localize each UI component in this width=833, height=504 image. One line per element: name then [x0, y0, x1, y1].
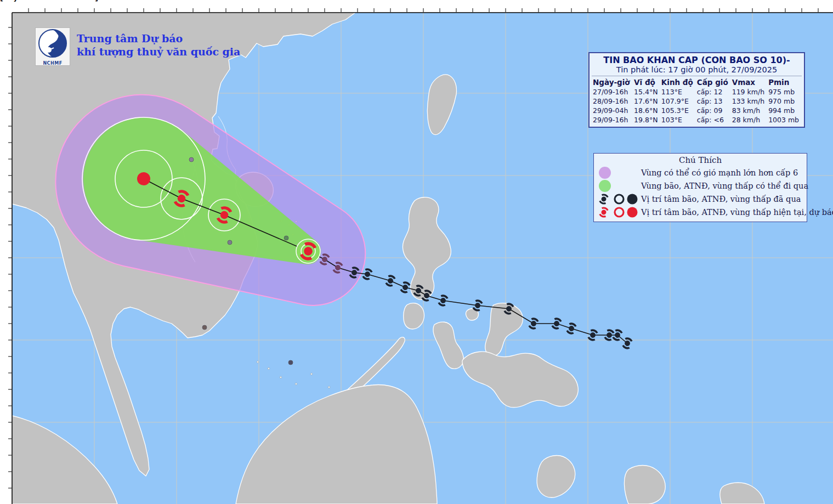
cell: 107.9°E — [660, 97, 696, 106]
legend-item-label: Vị trí tâm bão, ATNĐ, vùng thấp hiện tại… — [641, 208, 833, 217]
place-dot — [288, 360, 293, 365]
legend-panel: Chú Thích Vùng có thể có gió mạnh lớn hơ… — [593, 153, 807, 222]
col-wind-level: Cấp gió — [696, 77, 731, 87]
legend-item-label: Vị trí tâm bão, ATNĐ, vùng thấp đã qua — [641, 195, 801, 203]
cell: 17.6°N — [633, 97, 660, 106]
legend-item-wind-area: Vùng có thể có gió mạnh lớn hơn cấp 6 — [597, 166, 803, 179]
left-margin — [0, 0, 12, 504]
typhoon-icon — [598, 206, 609, 218]
nchmf-logo-label: NCHMF — [36, 61, 70, 66]
islet-dot — [280, 376, 282, 378]
cell: 105.3°E — [660, 106, 696, 115]
col-longitude: Kinh độ — [660, 77, 696, 87]
remnant-low-icon — [137, 172, 150, 185]
storm-bulletin-panel: TIN BAO KHAN CAP (CON BAO SO 10)- Tin ph… — [588, 52, 805, 128]
place-dot — [228, 240, 232, 245]
islet-dot — [328, 386, 330, 388]
cell: 19.8°N — [633, 115, 660, 124]
cell: 28 km/h — [731, 115, 767, 124]
legend-item-past-positions: Vị trí tâm bão, ATNĐ, vùng thấp đã qua — [597, 192, 803, 206]
cell: 83 km/h — [731, 106, 767, 115]
cell: 975 mb — [767, 87, 802, 97]
table-row: 29/09-04h18.6°N105.3°Ecấp: 0983 km/h994 … — [592, 106, 802, 115]
org-header: NCHMF Trung tâm Dự báo khí tượng thuỷ vă… — [35, 27, 240, 66]
cell: 119 km/h — [731, 87, 767, 97]
cell: 970 mb — [767, 97, 802, 106]
table-row: 29/09-16h19.8°N103°Ecấp: <628 km/h1003 m… — [592, 115, 802, 124]
table-row: 27/09-16h15.4°N113°Ecấp: 12119 km/h975 m… — [592, 87, 802, 97]
cell: 133 km/h — [731, 97, 767, 106]
cell: cấp: 13 — [696, 97, 731, 106]
islet-dot — [268, 367, 270, 370]
col-datetime: Ngày-giờ — [592, 77, 633, 87]
legend-item-label: Vùng bão, ATNĐ, vùng thấp có thể đi qua — [641, 182, 808, 190]
nchmf-logo-icon — [36, 28, 69, 59]
islet-dot — [257, 361, 259, 363]
cell: cấp: <6 — [696, 115, 731, 124]
svg-text:[object SVGGElement]: [object SVGGElement] — [0, 0, 98, 2]
wind-area-swatch-icon — [597, 166, 614, 179]
forecast-table: Ngày-giờ Vĩ độ Kinh độ Cấp gió Vmax Pmin… — [592, 77, 802, 124]
cell: 103°E — [660, 115, 696, 124]
storm-forecast-page: [object SVGGElement][object SVGGElement]… — [0, 0, 833, 504]
islet-dot — [295, 383, 297, 385]
place-dot — [202, 325, 207, 330]
place-dot — [284, 236, 288, 240]
legend-item-track-area: Vùng bão, ATNĐ, vùng thấp có thể đi qua — [597, 179, 803, 192]
cell: 27/09-16h — [592, 87, 633, 97]
cell: cấp: 09 — [696, 106, 731, 115]
legend-item-current-positions: Vị trí tâm bão, ATNĐ, vùng thấp hiện tại… — [597, 206, 803, 219]
cell: 1003 mb — [767, 115, 802, 124]
typhoon-icon — [598, 193, 609, 205]
remnant-low-icon — [627, 207, 638, 218]
current-position-icons — [597, 206, 641, 219]
bulletin-issued-time: Tin phát lúc: 17 giờ 00 phút, 27/09/2025 — [592, 65, 802, 76]
remnant-low-icon — [627, 194, 638, 205]
col-pmin: Pmin — [767, 77, 802, 87]
forecast-table-header: Ngày-giờ Vĩ độ Kinh độ Cấp gió Vmax Pmin — [592, 77, 802, 87]
depression-ring-icon — [615, 195, 624, 203]
bulletin-title: TIN BAO KHAN CAP (CON BAO SO 10)- — [592, 55, 802, 65]
islet-dot — [310, 373, 313, 375]
col-latitude: Vĩ độ — [633, 77, 660, 87]
org-name-line2: khí tượng thuỷ văn quốc gia — [77, 45, 240, 58]
cell: 994 mb — [767, 106, 802, 115]
track-area-swatch-icon — [597, 179, 614, 192]
org-name-line1: Trung tâm Dự báo — [77, 32, 240, 45]
cell: 29/09-04h — [592, 106, 633, 115]
place-dot — [189, 157, 194, 162]
org-name: Trung tâm Dự báo khí tượng thuỷ văn quốc… — [77, 32, 240, 58]
nchmf-logo: NCHMF — [35, 27, 70, 66]
col-vmax: Vmax — [731, 77, 767, 87]
cell: cấp: 12 — [696, 87, 731, 97]
depression-ring-icon — [615, 208, 624, 217]
legend-title: Chú Thích — [597, 155, 803, 165]
past-position-icons — [597, 192, 641, 206]
legend-item-label: Vùng có thể có gió mạnh lớn hơn cấp 6 — [641, 168, 798, 177]
top-margin — [0, 0, 833, 13]
table-row: 28/09-16h17.6°N107.9°Ecấp: 13133 km/h970… — [592, 97, 802, 106]
cell: 29/09-16h — [592, 115, 633, 124]
landmass — [404, 303, 424, 329]
cell: 15.4°N — [633, 87, 660, 97]
cell: 113°E — [660, 87, 696, 97]
cell: 28/09-16h — [592, 97, 633, 106]
cell: 18.6°N — [633, 106, 660, 115]
